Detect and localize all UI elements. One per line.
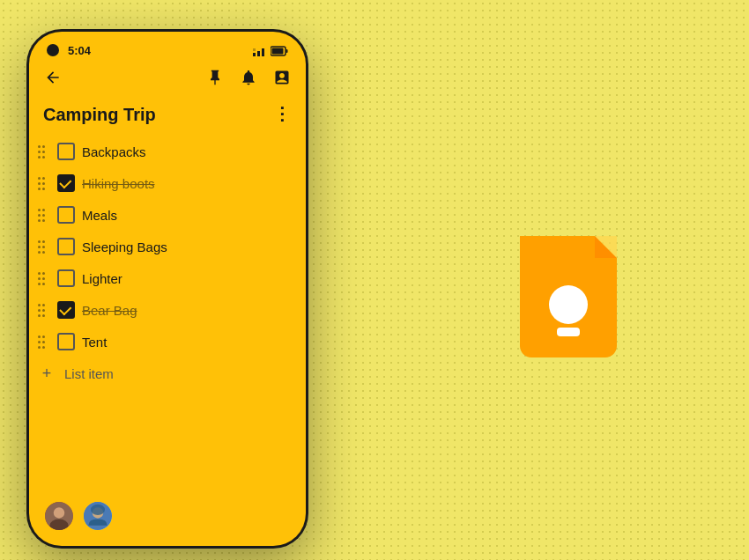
checkbox-1[interactable] [57,174,75,192]
item-text-0: Backpacks [82,144,292,159]
list-item: Lighter [29,262,306,294]
svg-marker-2 [257,51,260,56]
drag-handle[interactable] [38,304,50,317]
drag-handle[interactable] [38,177,50,190]
pin-icon [206,69,224,86]
status-icons [253,46,288,56]
add-item-label: List item [64,366,114,381]
drag-handle[interactable] [38,209,50,222]
list-item: Meals [29,199,306,231]
drag-handle[interactable] [38,335,50,349]
time-display: 5:04 [68,44,91,57]
note-title: Camping Trip [43,105,156,125]
add-item-row[interactable]: + List item [29,357,306,389]
pin-button[interactable] [205,68,225,87]
svg-point-8 [54,507,64,518]
add-collaborator-icon [273,69,291,86]
keep-logo-section [502,210,643,350]
svg-point-9 [49,519,68,532]
drag-handle[interactable] [38,272,50,285]
reminder-icon [240,69,257,86]
add-icon: + [38,365,56,382]
bottom-bar [43,500,292,532]
list-item: Backpacks [29,136,306,167]
svg-rect-14 [557,328,580,336]
avatar-2 [82,500,114,532]
item-text-2: Meals [82,208,292,223]
list-item: Tent [29,326,306,357]
toolbar [29,61,306,94]
checklist: Backpacks Hiking boots [29,132,306,393]
phone-mockup: 5:04 [26,29,308,549]
drag-handle[interactable] [38,145,50,158]
toolbar-right [205,68,292,87]
svg-marker-3 [262,48,264,56]
list-item: Bear Bag [29,294,306,326]
avatar-1 [43,500,75,532]
svg-marker-0 [253,53,256,56]
item-text-1: Hiking boots [82,176,292,191]
phone-frame: 5:04 [26,29,308,549]
item-text-6: Tent [82,335,292,350]
item-text-4: Lighter [82,271,292,286]
more-button[interactable]: ⋮ [273,105,292,122]
back-button[interactable] [43,68,63,87]
checkbox-0[interactable] [57,143,75,160]
svg-point-13 [549,285,588,324]
checkbox-4[interactable] [57,269,75,287]
camera-hole [47,44,59,56]
keep-logo-svg [502,210,634,359]
checkbox-6[interactable] [57,333,75,350]
checkbox-3[interactable] [57,238,75,255]
svg-point-12 [91,505,105,515]
phone-screen: 5:04 [29,32,306,546]
list-item: Sleeping Bags [29,231,306,262]
note-title-row: Camping Trip ⋮ [29,94,306,132]
svg-marker-1 [253,48,256,51]
avatar-person-2 [84,500,112,532]
svg-rect-5 [286,49,288,53]
avatar-person-1 [45,500,73,532]
item-text-3: Sleeping Bags [82,239,292,254]
add-collaborator-button[interactable] [272,68,292,87]
checkbox-2[interactable] [57,206,75,224]
svg-rect-6 [272,48,284,54]
list-item: Hiking boots [29,167,306,199]
battery-icon [271,46,288,56]
checkbox-5[interactable] [57,301,75,319]
item-text-5: Bear Bag [82,303,292,318]
reminder-button[interactable] [239,68,258,87]
keep-logo [502,210,643,350]
back-icon [44,69,62,86]
status-bar: 5:04 [29,32,306,61]
drag-handle[interactable] [38,240,50,254]
signal-icon [253,46,267,56]
